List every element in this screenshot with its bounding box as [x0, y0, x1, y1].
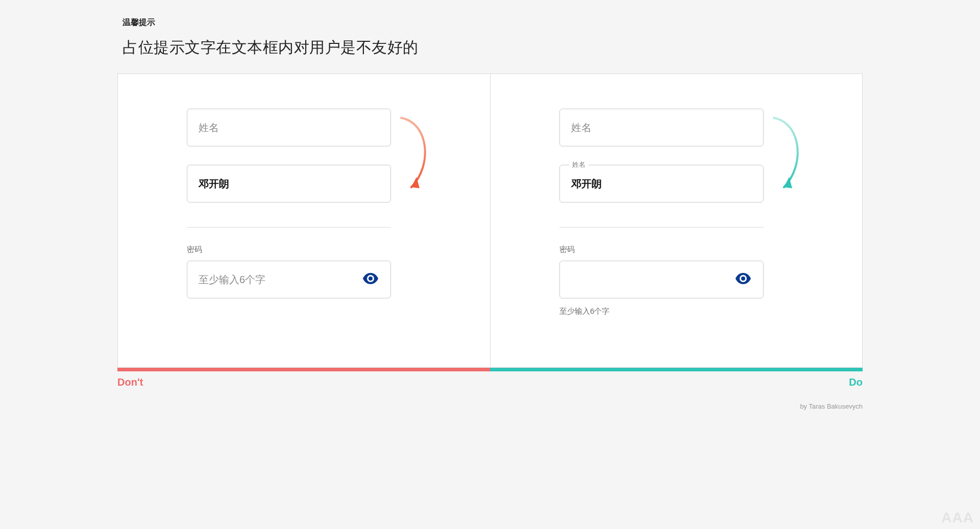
name-value: 邓开朗: [199, 177, 229, 191]
comparison-panels: 姓名 邓开朗 密码 至少输入6个字: [117, 73, 863, 368]
divider: [187, 227, 391, 228]
name-input-filled[interactable]: 邓开朗: [187, 165, 391, 203]
password-label: 密码: [559, 245, 764, 255]
name-input-filled[interactable]: 姓名 邓开朗: [559, 165, 764, 203]
do-bar: [490, 368, 863, 371]
password-input[interactable]: 至少输入6个字: [187, 261, 391, 298]
dont-bar: [117, 368, 490, 371]
password-placeholder: 至少输入6个字: [199, 273, 265, 287]
name-input-empty[interactable]: 姓名: [559, 109, 764, 146]
do-caption: Do: [490, 376, 863, 388]
dont-panel: 姓名 邓开朗 密码 至少输入6个字: [118, 74, 490, 367]
eye-icon[interactable]: [736, 273, 751, 286]
password-input[interactable]: [559, 261, 764, 298]
do-panel: 姓名 姓名 邓开朗 密码 至少输入6个字: [490, 74, 862, 367]
name-value: 邓开朗: [571, 177, 602, 191]
credit: by Taras Bakusevych: [117, 402, 863, 410]
page-title: 占位提示文字在文本框内对用户是不友好的: [122, 37, 863, 58]
eye-icon[interactable]: [363, 273, 378, 286]
kicker: 温馨提示: [122, 17, 863, 28]
name-float-label: 姓名: [569, 160, 589, 169]
watermark: AAA: [941, 510, 974, 526]
password-label: 密码: [187, 245, 391, 255]
name-input-empty[interactable]: 姓名: [187, 109, 391, 146]
arrow-icon: [397, 114, 433, 200]
arrow-icon: [770, 114, 805, 200]
name-placeholder: 姓名: [199, 121, 219, 135]
name-placeholder: 姓名: [571, 121, 592, 135]
dont-caption: Don't: [117, 376, 490, 388]
bottom-bars: [117, 368, 863, 371]
password-help: 至少输入6个字: [559, 307, 764, 316]
divider: [559, 227, 764, 228]
